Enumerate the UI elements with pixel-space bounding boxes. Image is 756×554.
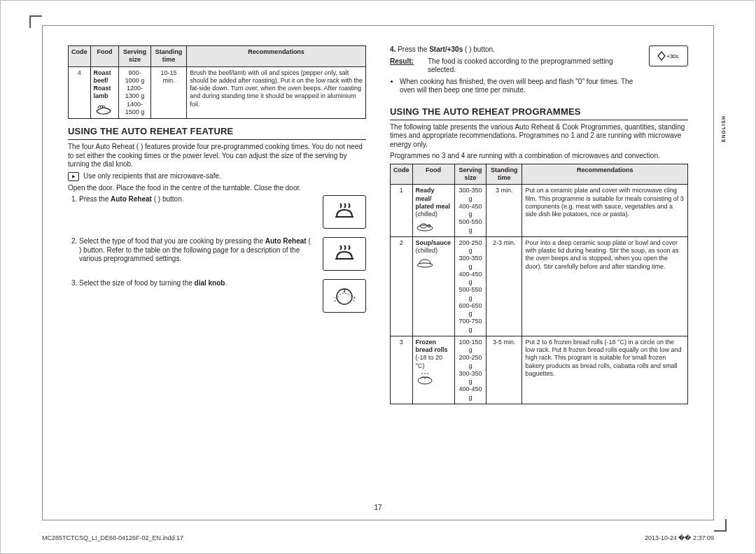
- cell-rec: Put 2 to 6 frozen bread rolls (-18 °C) i…: [522, 336, 688, 404]
- step-2: Select the type of food that you are coo…: [79, 237, 366, 271]
- note-text: Use only recipients that are microwave-s…: [83, 172, 221, 181]
- cell-food: Ready meal/plated meal(chilled): [412, 185, 454, 237]
- th-standing: Standing time: [150, 46, 186, 67]
- result-bullets: When cooking has finished, the oven will…: [400, 78, 640, 95]
- th-standing: Standing time: [486, 164, 522, 185]
- cell-rec: Pour into a deep ceramic soup plate or b…: [522, 236, 688, 336]
- th-code: Code: [69, 46, 91, 67]
- food-icon: * * *: [416, 371, 451, 385]
- svg-text:+: +: [354, 295, 356, 299]
- cell-code: 2: [391, 236, 413, 336]
- manual-page: ENGLISH Code Food Serving size Standing …: [42, 25, 714, 520]
- food-icon: [416, 256, 451, 269]
- th-rec: Recommendations: [522, 164, 688, 185]
- cell-standing: 3-5 min.: [486, 336, 522, 404]
- th-serving: Serving size: [454, 164, 486, 185]
- prog-intro-2: Programmes no 3 and 4 are running with a…: [390, 152, 688, 161]
- result-text: The food is cooked according to the prep…: [428, 57, 640, 75]
- step-3: Select the size of food by turning the d…: [79, 279, 366, 313]
- crop-mark-br: [714, 519, 727, 532]
- note-icon: [68, 172, 79, 181]
- th-food: Food: [412, 164, 454, 185]
- cell-standing: 2-3 min.: [486, 236, 522, 336]
- cell-food: Frozenbread rolls(-18 to 20 °C)* * *: [412, 336, 454, 404]
- th-food: Food: [90, 46, 119, 67]
- step-1: Press the Auto Reheat ( ) button.: [79, 195, 366, 229]
- th-rec: Recommendations: [187, 46, 366, 67]
- cell-food: Roast beef/ Roast lamb: [90, 66, 119, 119]
- open-door-text: Open the door. Place the food in the cen…: [68, 184, 366, 193]
- cell-food: Soup/sauce(chilled): [412, 236, 454, 336]
- cell-standing: 10-15 min.: [150, 66, 186, 119]
- footer-right: 2013-10-24 �� 2:37:09: [645, 534, 714, 541]
- cell-serving: 200-250 g300-350 g400-450 g500-550 g600-…: [454, 236, 486, 336]
- food-icon: [416, 220, 451, 232]
- list-item: When cooking has finished, the oven will…: [400, 78, 640, 95]
- th-serving: Serving size: [119, 46, 151, 67]
- th-code: Code: [391, 164, 413, 185]
- cell-serving: 100-150 g200-250 g300-350 g400-450 g: [454, 336, 486, 404]
- intro-text: The four Auto Reheat ( ) features provid…: [68, 143, 366, 169]
- left-column: Code Food Serving size Standing time Rec…: [68, 45, 366, 502]
- cell-rec: Put on a ceramic plate and cover with mi…: [522, 185, 688, 237]
- footer-left: MC285TCTCSQ_LI_DE68-04126F-02_EN.indd 17: [42, 534, 183, 541]
- heading-auto-reheat-feature: USING THE AUTO REHEAT FEATURE: [68, 126, 366, 140]
- reheat-icon: [323, 237, 366, 271]
- svg-text:* * *: * * *: [421, 372, 429, 376]
- roast-table: Code Food Serving size Standing time Rec…: [68, 45, 366, 119]
- right-column: 4. Press the Start/+30s ( ) button. Resu…: [390, 45, 688, 502]
- reheat-icon: [323, 195, 366, 229]
- svg-text:+30s: +30s: [666, 53, 679, 59]
- language-tab: ENGLISH: [721, 115, 726, 142]
- cell-rec: Brush the beef/lamb with oil and spices …: [187, 66, 366, 119]
- heading-auto-reheat-programmes: USING THE AUTO REHEAT PROGRAMMES: [390, 106, 688, 120]
- table-row: 2Soup/sauce(chilled)200-250 g300-350 g40…: [391, 236, 688, 336]
- start-30s-icon: +30s: [649, 45, 688, 66]
- table-row: 3Frozenbread rolls(-18 to 20 °C)* * *100…: [391, 336, 688, 404]
- cell-serving: 900-1000 g 1200-1300 g 1400-1500 g: [119, 66, 151, 119]
- imposition-footer: MC285TCTCSQ_LI_DE68-04126F-02_EN.indd 17…: [42, 534, 714, 541]
- table-row: 4 Roast beef/ Roast lamb: [69, 66, 366, 119]
- dial-knob-icon: -+: [323, 279, 366, 313]
- result-label: Result:: [390, 57, 421, 66]
- roast-icon: [94, 102, 116, 116]
- cell-code: 3: [391, 336, 413, 404]
- cell-standing: 3 min.: [486, 185, 522, 237]
- steps-list: Press the Auto Reheat ( ) button.: [68, 195, 366, 313]
- cell-code: 4: [69, 66, 91, 119]
- prog-intro-1: The following table presents the various…: [390, 123, 688, 150]
- cell-code: 1: [391, 185, 413, 237]
- crop-mark-tl: [29, 15, 42, 28]
- svg-text:-: -: [334, 295, 335, 299]
- table-row: 1Ready meal/plated meal(chilled)300-350 …: [391, 185, 688, 237]
- cell-serving: 300-350 g400-450 g500-550 g: [454, 185, 486, 237]
- programmes-table: Code Food Serving size Standing time Rec…: [390, 164, 688, 404]
- page-number: 17: [43, 504, 713, 511]
